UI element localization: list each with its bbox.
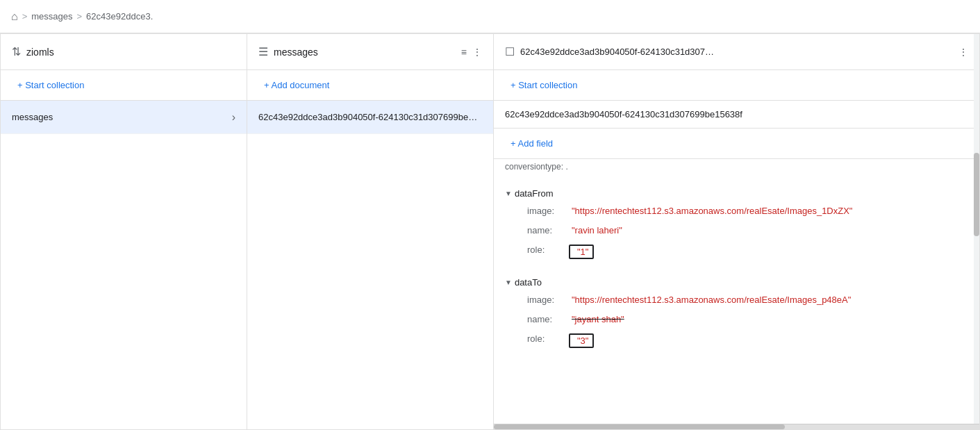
doc-path-row: 62c43e92ddce3ad3b904050f-624130c31d30769…	[494, 101, 979, 129]
panel-left: ⇅ ziomls + Start collection messages ›	[1, 34, 247, 429]
panel-right-content: + Add field conversiontype: . ▼ dataFrom…	[494, 129, 979, 424]
breadcrumb: ⌂ > messages > 62c43e92ddce3.	[0, 0, 980, 33]
document-row[interactable]: 62c43e92ddce3ad3b904050f-624130c31d30769…	[247, 101, 493, 134]
dataTo-name-field: name: "jayant shah"	[516, 311, 979, 331]
dataFrom-name-key: name:	[527, 225, 569, 235]
dataTo-image-key: image:	[527, 295, 569, 305]
document-icon: ☐	[505, 45, 515, 58]
collection-icon: ☰	[258, 45, 268, 58]
panel-middle-header: ☰ messages ≡ ⋮	[247, 34, 493, 70]
panel-middle-action: + Add document	[247, 70, 493, 101]
dataTo-role-field: role: "3"	[516, 331, 979, 351]
dataFrom-image-key: image:	[527, 206, 569, 216]
expand-icon-dataTo: ▼	[505, 279, 512, 286]
dataFrom-name-field: name: "ravin laheri"	[516, 222, 979, 242]
panel-left-title: ziomls	[26, 47, 54, 58]
panels-container: ⇅ ziomls + Start collection messages › ☰…	[0, 33, 980, 430]
dataFrom-role-value-box[interactable]: "1"	[569, 245, 594, 259]
section-dataFrom-label: dataFrom	[515, 188, 554, 199]
document-id: 62c43e92ddce3ad3b904050f-624130c31d30769…	[258, 112, 482, 122]
section-dataFrom-header[interactable]: ▼ dataFrom	[494, 184, 979, 203]
dataTo-role-value-box[interactable]: "3"	[569, 333, 594, 348]
panel-middle-header-actions: ≡ ⋮	[461, 47, 482, 58]
panel-middle-content: 62c43e92ddce3ad3b904050f-624130c31d30769…	[247, 101, 493, 429]
list-item-label: messages	[12, 112, 232, 122]
panel-right-header-actions: ⋮	[958, 47, 968, 58]
section-dataFrom-fields: image: "https://rentechtest112.s3.amazon…	[494, 203, 979, 262]
partial-field-row: conversiontype: .	[494, 159, 979, 179]
partial-field-text: conversiontype: .	[505, 162, 568, 172]
app-container: ⌂ > messages > 62c43e92ddce3. ⇅ ziomls +…	[0, 0, 980, 430]
start-collection-button-right[interactable]: + Start collection	[505, 77, 583, 93]
dataTo-image-field: image: "https://rentechtest112.s3.amazon…	[516, 292, 979, 311]
panel-right-add-field-action: + Add field	[494, 129, 979, 159]
section-dataTo-header[interactable]: ▼ dataTo	[494, 273, 979, 292]
panel-right: ☐ 62c43e92ddce3ad3b904050f-624130c31d307…	[494, 34, 979, 429]
dataTo-name-key: name:	[527, 314, 569, 324]
dataTo-image-value: "https://rentechtest112.s3.amazonaws.com…	[572, 295, 851, 305]
dataFrom-image-value: "https://rentechtest112.s3.amazonaws.com…	[572, 206, 852, 216]
more-options-icon[interactable]: ⋮	[472, 47, 482, 58]
horizontal-scrollbar-thumb[interactable]	[494, 424, 785, 429]
dataFrom-role-key: role:	[527, 245, 569, 255]
add-field-button[interactable]: + Add field	[505, 135, 558, 151]
right-panel-scrollbar[interactable]	[974, 34, 979, 429]
chevron-right-icon: ›	[232, 111, 235, 124]
start-collection-button-left[interactable]: + Start collection	[12, 77, 90, 93]
list-item-messages[interactable]: messages ›	[1, 101, 247, 134]
panel-left-header: ⇅ ziomls	[1, 34, 247, 70]
breadcrumb-collection[interactable]: messages	[31, 11, 72, 22]
dataFrom-role-value: "1"	[577, 247, 588, 257]
more-options-icon-right[interactable]: ⋮	[958, 47, 968, 58]
dataTo-name-value: "jayant shah"	[572, 314, 624, 324]
panel-middle-title: messages	[274, 47, 318, 58]
panel-middle: ☰ messages ≡ ⋮ + Add document 62c43e92dd…	[247, 34, 494, 429]
breadcrumb-document: 62c43e92ddce3.	[86, 11, 153, 22]
section-dataTo-fields: image: "https://rentechtest112.s3.amazon…	[494, 292, 979, 351]
section-dataTo-label: dataTo	[515, 277, 542, 288]
panel-right-doc-id: 62c43e92ddce3ad3b904050f-624130c31d30769…	[520, 47, 715, 57]
panel-left-content: messages ›	[1, 101, 247, 429]
breadcrumb-separator-1: >	[22, 11, 28, 22]
breadcrumb-separator-2: >	[77, 11, 83, 22]
panel-left-action: + Start collection	[1, 70, 247, 101]
dataFrom-role-field: role: "1"	[516, 242, 979, 262]
panel-right-start-collection-action: + Start collection	[494, 70, 979, 101]
filter-icon[interactable]: ≡	[461, 47, 467, 58]
dataFrom-image-field: image: "https://rentechtest112.s3.amazon…	[516, 203, 979, 222]
dataTo-role-key: role:	[527, 333, 569, 344]
doc-path-text: 62c43e92ddce3ad3b904050f-624130c31d30769…	[505, 109, 742, 119]
dataTo-role-value: "3"	[577, 336, 588, 346]
home-icon[interactable]: ⌂	[11, 10, 18, 23]
section-dataFrom: ▼ dataFrom image: "https://rentechtest11…	[494, 179, 979, 267]
expand-icon-dataFrom: ▼	[505, 190, 512, 197]
dataFrom-name-value: "ravin laheri"	[572, 225, 622, 235]
database-icon: ⇅	[12, 45, 21, 58]
section-dataTo: ▼ dataTo image: "https://rentechtest112.…	[494, 267, 979, 356]
add-document-button[interactable]: + Add document	[258, 77, 335, 93]
panel-right-header: ☐ 62c43e92ddce3ad3b904050f-624130c31d307…	[494, 34, 979, 70]
horizontal-scrollbar[interactable]	[494, 424, 979, 429]
scrollbar-thumb[interactable]	[974, 153, 979, 236]
